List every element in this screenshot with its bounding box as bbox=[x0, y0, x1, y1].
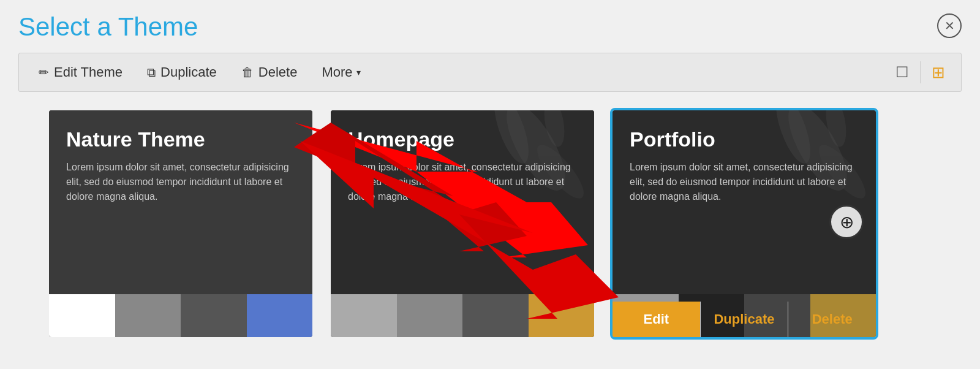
swatch-1 bbox=[49, 294, 115, 337]
portfolio-delete-button[interactable]: Delete bbox=[788, 302, 876, 337]
nature-swatches bbox=[49, 294, 312, 337]
portfolio-title: Portfolio bbox=[630, 127, 859, 151]
swatch-4 bbox=[247, 294, 313, 337]
close-button[interactable]: ✕ bbox=[937, 13, 962, 38]
more-label: More bbox=[322, 64, 352, 80]
grid-view-icon: ⊞ bbox=[932, 63, 945, 82]
portfolio-duplicate-button[interactable]: Duplicate bbox=[700, 302, 788, 337]
swatch-hp-3 bbox=[462, 294, 529, 337]
toolbar-divider bbox=[920, 61, 921, 83]
list-view-icon: ☐ bbox=[895, 64, 909, 81]
portfolio-edit-button[interactable]: Edit bbox=[612, 302, 700, 337]
theme-card-portfolio[interactable]: Portfolio Lorem ipsum dolor sit amet, co… bbox=[612, 110, 876, 337]
edit-theme-button[interactable]: ✏ Edit Theme bbox=[29, 59, 132, 85]
swatch-hp-4 bbox=[529, 294, 595, 337]
portfolio-body: Lorem ipsum dolor sit amet, consectetur … bbox=[630, 160, 859, 204]
delete-label: Delete bbox=[258, 64, 298, 80]
card-inner-portfolio: Portfolio Lorem ipsum dolor sit amet, co… bbox=[612, 110, 876, 294]
theme-card-homepage[interactable]: Homepage Lorem ipsum dolor sit amet, con… bbox=[331, 110, 594, 337]
homepage-title: Homepage bbox=[348, 127, 577, 151]
swatch-hp-2 bbox=[397, 294, 463, 337]
pencil-icon: ✏ bbox=[39, 65, 49, 80]
swatch-2 bbox=[115, 294, 181, 337]
nature-theme-title: Nature Theme bbox=[66, 127, 295, 151]
portfolio-card-actions: Edit Duplicate Delete bbox=[612, 302, 876, 337]
card-inner-nature: Nature Theme Lorem ipsum dolor sit amet,… bbox=[49, 110, 312, 294]
nature-theme-body: Lorem ipsum dolor sit amet, consectetur … bbox=[66, 160, 295, 204]
duplicate-icon: ⧉ bbox=[147, 66, 156, 80]
page-background: Select a Theme ✕ ✏ Edit Theme ⧉ Duplicat… bbox=[0, 0, 980, 369]
edit-theme-label: Edit Theme bbox=[54, 64, 123, 80]
homepage-body: Lorem ipsum dolor sit amet, consectetur … bbox=[348, 160, 577, 204]
toolbar: ✏ Edit Theme ⧉ Duplicate 🗑 Delete More ▾… bbox=[18, 53, 962, 92]
page-title: Select a Theme bbox=[18, 12, 962, 42]
duplicate-button[interactable]: ⧉ Duplicate bbox=[137, 59, 227, 85]
chevron-down-icon: ▾ bbox=[356, 67, 361, 77]
theme-card-nature[interactable]: Nature Theme Lorem ipsum dolor sit amet,… bbox=[49, 110, 312, 337]
duplicate-label: Duplicate bbox=[160, 64, 217, 80]
swatch-3 bbox=[181, 294, 247, 337]
zoom-icon[interactable]: ⊕ bbox=[829, 205, 864, 239]
more-button[interactable]: More ▾ bbox=[312, 59, 370, 85]
card-inner-homepage: Homepage Lorem ipsum dolor sit amet, con… bbox=[331, 110, 594, 294]
swatch-hp-1 bbox=[331, 294, 397, 337]
themes-grid: Nature Theme Lorem ipsum dolor sit amet,… bbox=[18, 104, 962, 343]
trash-icon: 🗑 bbox=[241, 66, 254, 80]
delete-button[interactable]: 🗑 Delete bbox=[232, 59, 307, 85]
grid-view-button[interactable]: ⊞ bbox=[925, 59, 951, 86]
list-view-button[interactable]: ☐ bbox=[889, 60, 915, 85]
homepage-swatches bbox=[331, 294, 594, 337]
